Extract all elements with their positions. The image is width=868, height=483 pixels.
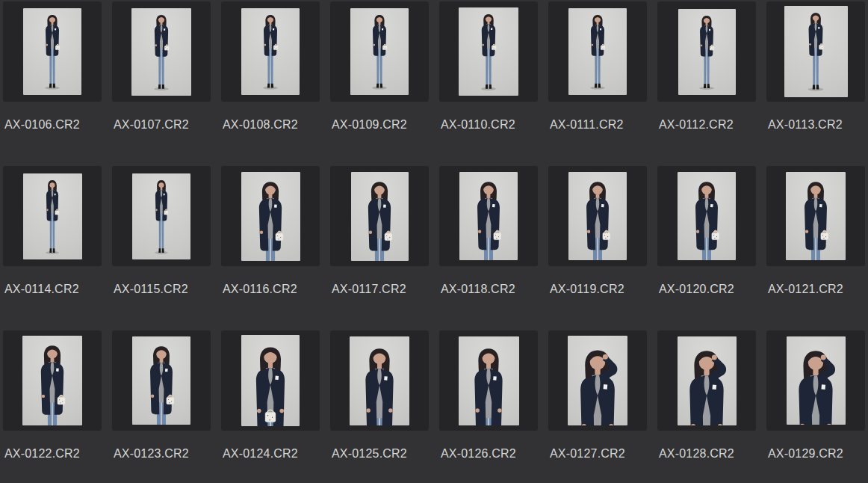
filename-label[interactable]: AX-0123.CR2 (112, 447, 211, 461)
filename-label[interactable]: AX-0111.CR2 (548, 118, 647, 132)
thumbnail-tile[interactable] (548, 330, 647, 431)
thumbnail-tile[interactable] (766, 330, 865, 431)
model-figure (678, 342, 737, 425)
thumbnail-tile[interactable] (330, 1, 429, 102)
photo-thumbnail (132, 173, 190, 259)
file-cell[interactable]: AX-0118.CR2 (439, 166, 538, 296)
thumbnail-tile[interactable] (221, 166, 320, 266)
model-figure (787, 342, 846, 425)
thumbnail-tile[interactable] (3, 330, 102, 431)
filename-label[interactable]: AX-0117.CR2 (330, 283, 429, 296)
filename-label[interactable]: AX-0128.CR2 (657, 447, 756, 461)
filename-label[interactable]: AX-0113.CR2 (766, 118, 865, 132)
file-cell[interactable]: AX-0128.CR2 (657, 330, 756, 461)
thumbnail-tile[interactable] (3, 166, 102, 266)
thumbnail-tile[interactable] (330, 166, 429, 266)
model-figure (27, 339, 78, 425)
filename-label[interactable]: AX-0109.CR2 (330, 118, 429, 132)
file-cell[interactable]: AX-0110.CR2 (439, 1, 538, 132)
thumbnail-tile[interactable] (766, 166, 865, 266)
model-figure (568, 341, 627, 425)
file-cell[interactable]: AX-0112.CR2 (657, 1, 756, 132)
file-cell[interactable]: AX-0111.CR2 (548, 1, 647, 132)
thumbnail-tile[interactable] (3, 1, 102, 102)
file-cell[interactable]: AX-0106.CR2 (3, 1, 102, 132)
thumbnail-tile[interactable] (548, 1, 647, 102)
file-cell[interactable]: AX-0116.CR2 (221, 166, 320, 296)
model-figure (459, 341, 519, 425)
thumbnail-tile[interactable] (657, 330, 756, 431)
thumbnail-tile[interactable] (112, 166, 211, 266)
filename-label[interactable]: AX-0120.CR2 (657, 283, 756, 296)
file-cell[interactable]: AX-0126.CR2 (439, 330, 538, 461)
photo-thumbnail (568, 172, 627, 260)
thumbnail-tile[interactable] (657, 166, 756, 266)
photo-thumbnail (350, 336, 409, 425)
file-cell[interactable]: AX-0121.CR2 (766, 166, 865, 296)
filename-label[interactable]: AX-0108.CR2 (221, 118, 320, 132)
photo-thumbnail (568, 336, 627, 425)
filename-label[interactable]: AX-0114.CR2 (3, 283, 102, 296)
thumbnail-tile[interactable] (766, 1, 865, 102)
photo-thumbnail (459, 7, 518, 96)
model-figure (37, 176, 68, 256)
photo-thumbnail (568, 8, 627, 95)
model-figure (463, 176, 514, 260)
thumbnail-grid: AX-0106.CR2 (0, 0, 868, 461)
filename-label[interactable]: AX-0110.CR2 (439, 118, 538, 132)
model-figure (136, 340, 187, 425)
model-figure (365, 11, 395, 91)
thumbnail-tile[interactable] (439, 330, 538, 431)
thumbnail-tile[interactable] (548, 166, 647, 266)
model-figure (146, 176, 177, 256)
photo-thumbnail (132, 336, 190, 425)
filename-label[interactable]: AX-0116.CR2 (221, 283, 320, 296)
thumbnail-tile[interactable] (439, 166, 538, 266)
filename-label[interactable]: AX-0129.CR2 (766, 447, 865, 461)
thumbnail-tile[interactable] (112, 330, 211, 431)
filename-label[interactable]: AX-0107.CR2 (112, 118, 211, 132)
photo-thumbnail (241, 172, 300, 261)
file-cell[interactable]: AX-0125.CR2 (330, 330, 429, 461)
photo-thumbnail (23, 173, 82, 259)
filename-label[interactable]: AX-0119.CR2 (548, 283, 647, 296)
file-cell[interactable]: AX-0119.CR2 (548, 166, 647, 296)
thumbnail-tile[interactable] (221, 1, 320, 102)
model-figure (241, 339, 300, 426)
filename-label[interactable]: AX-0122.CR2 (3, 447, 102, 461)
file-cell[interactable]: AX-0114.CR2 (3, 166, 102, 296)
file-cell[interactable]: AX-0107.CR2 (112, 1, 211, 132)
file-cell[interactable]: AX-0124.CR2 (221, 330, 320, 461)
model-figure (354, 176, 406, 261)
filename-label[interactable]: AX-0112.CR2 (657, 118, 756, 132)
thumbnail-tile[interactable] (221, 330, 320, 431)
file-cell[interactable]: AX-0129.CR2 (766, 330, 865, 461)
thumbnail-tile[interactable] (112, 1, 211, 102)
filename-label[interactable]: AX-0121.CR2 (766, 283, 865, 296)
filename-label[interactable]: AX-0127.CR2 (548, 447, 647, 461)
photo-thumbnail (23, 8, 81, 95)
file-cell[interactable]: AX-0123.CR2 (112, 330, 211, 461)
filename-label[interactable]: AX-0118.CR2 (439, 283, 538, 296)
filename-label[interactable]: AX-0115.CR2 (112, 283, 211, 296)
file-cell[interactable]: AX-0120.CR2 (657, 166, 756, 296)
file-cell[interactable]: AX-0127.CR2 (548, 330, 647, 461)
thumbnail-tile[interactable] (330, 330, 429, 431)
photo-thumbnail (459, 336, 519, 425)
file-cell[interactable]: AX-0117.CR2 (330, 166, 429, 296)
filename-label[interactable]: AX-0125.CR2 (330, 447, 429, 461)
thumbnail-tile[interactable] (657, 1, 756, 102)
filename-label[interactable]: AX-0106.CR2 (3, 118, 102, 132)
photo-thumbnail (241, 335, 300, 426)
model-figure (245, 176, 297, 261)
filename-label[interactable]: AX-0124.CR2 (221, 447, 320, 461)
file-cell[interactable]: AX-0109.CR2 (330, 1, 429, 132)
file-cell[interactable]: AX-0113.CR2 (766, 1, 865, 132)
model-figure (350, 341, 409, 425)
thumbnail-tile[interactable] (439, 1, 538, 102)
filename-label[interactable]: AX-0126.CR2 (439, 447, 538, 461)
file-cell[interactable]: AX-0115.CR2 (112, 166, 211, 296)
model-figure (583, 11, 613, 91)
file-cell[interactable]: AX-0122.CR2 (3, 330, 102, 461)
file-cell[interactable]: AX-0108.CR2 (221, 1, 320, 132)
